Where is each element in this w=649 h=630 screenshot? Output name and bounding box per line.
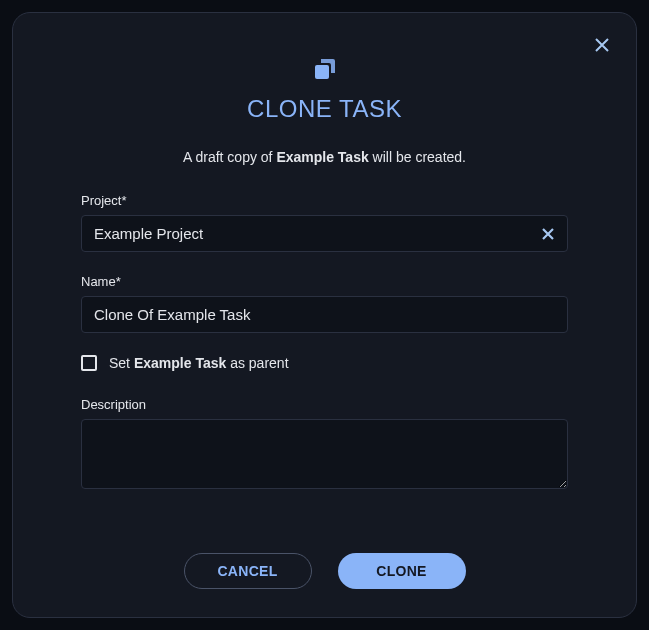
cancel-button[interactable]: CANCEL	[184, 553, 312, 589]
clone-button[interactable]: CLONE	[338, 553, 466, 589]
project-label: Project*	[81, 193, 568, 208]
svg-rect-0	[315, 65, 329, 79]
name-field-group: Name*	[81, 274, 568, 333]
project-field-group: Project*	[81, 193, 568, 252]
project-clear-button[interactable]	[538, 224, 558, 244]
x-icon	[541, 227, 555, 241]
name-label: Name*	[81, 274, 568, 289]
close-button[interactable]	[590, 33, 614, 57]
subtitle-task-name: Example Task	[276, 149, 368, 165]
parent-checkbox[interactable]	[81, 355, 97, 371]
checkbox-task-name: Example Task	[134, 355, 226, 371]
description-field-group: Description	[81, 397, 568, 493]
dialog-title: CLONE TASK	[49, 95, 600, 123]
parent-checkbox-row: Set Example Task as parent	[81, 355, 568, 371]
checkbox-prefix: Set	[109, 355, 134, 371]
description-label: Description	[81, 397, 568, 412]
dialog-subtitle: A draft copy of Example Task will be cre…	[49, 149, 600, 165]
clone-task-dialog: CLONE TASK A draft copy of Example Task …	[12, 12, 637, 618]
close-icon	[594, 37, 610, 53]
clone-icon	[49, 53, 600, 85]
parent-checkbox-label: Set Example Task as parent	[109, 355, 289, 371]
subtitle-prefix: A draft copy of	[183, 149, 276, 165]
checkbox-suffix: as parent	[226, 355, 288, 371]
project-input[interactable]	[81, 215, 568, 252]
dialog-buttons: CANCEL CLONE	[49, 533, 600, 589]
subtitle-suffix: will be created.	[369, 149, 466, 165]
name-input[interactable]	[81, 296, 568, 333]
description-input[interactable]	[81, 419, 568, 489]
